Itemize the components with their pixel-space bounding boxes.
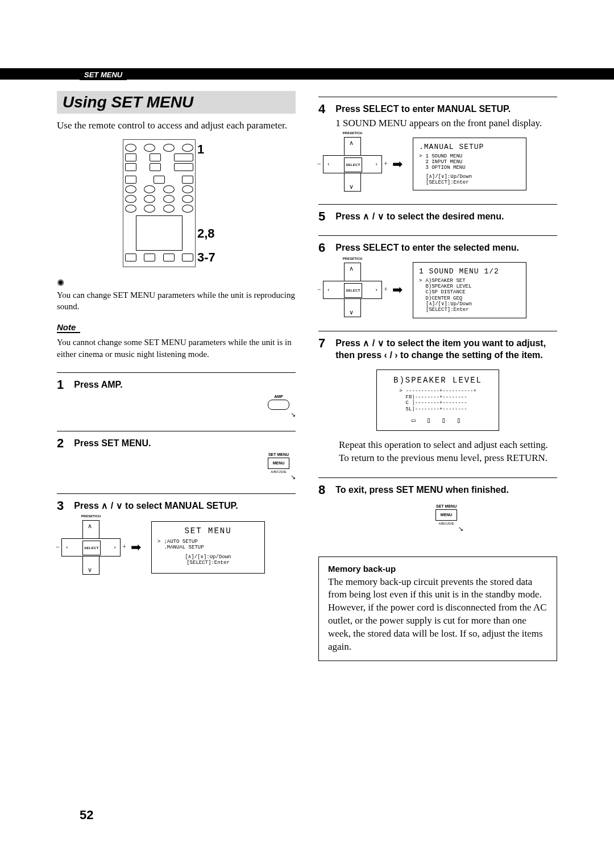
step-5: 5 Press ∧ / ∨ to select the desired menu… [318,204,557,223]
step-heading: Press SET MENU. [74,437,296,450]
lcd-setmenu: SET MENU > ;AUTO SETUP .MANUAL SETUP [∧]… [151,521,265,574]
step-number: 5 [318,210,325,223]
lcd-sound-menu: 1 SOUND MENU 1/2 > A)SPEAKER SET B)SPEAK… [413,262,526,318]
callout-2: 2,8 [197,226,215,241]
step-3: 3 Press ∧ / ∨ to select MANUAL SETUP. PR… [57,493,296,575]
column-right: 4 Press SELECT to enter MANUAL SETUP. 1 … [318,91,557,661]
step-number: 6 [318,242,325,254]
step-heading: Press AMP. [74,379,296,391]
dpad-icon: PRESET/CH SELECT ∧ ∨ ‹ › − + [323,263,382,317]
tip-text: You can change SET MENU parameters while… [57,289,296,313]
dpad-icon: PRESET/CH SELECT ∧ ∨ ‹ › − + [323,137,382,192]
step-1: 1 Press AMP. AMP ↘ [57,372,296,418]
memory-backup-box: Memory back-up The memory back-up circui… [318,556,557,662]
setmenu-button-icon: SET MENU MENU A/B/C/D/E ↘ [262,452,296,481]
step-8: 8 To exit, press SET MENU when finished.… [318,477,557,541]
step-2: 2 Press SET MENU. SET MENU MENU A/B/C/D/… [57,431,296,481]
step-after-text: Repeat this operation to select and adju… [339,439,557,465]
step-number: 4 [318,103,325,115]
step-number: 7 [318,337,325,350]
step-6: 6 Press SELECT to enter the selected men… [318,235,557,318]
step-heading: Press ∧ / ∨ to select the item you want … [335,337,557,362]
step-number: 1 [57,379,64,391]
page-title: Using SET MENU [57,91,296,114]
step-after-text: 1 SOUND MENU appears on the front panel … [335,118,557,129]
intro-text: Use the remote control to access and adj… [57,119,296,132]
section-tab: SET MENU [80,69,127,80]
memory-title: Memory back-up [328,564,547,574]
remote-dpad [136,215,182,251]
arrow-right-icon: ➡ [390,263,405,317]
step-heading: Press SELECT to enter MANUAL SETUP. [335,103,557,115]
columns: Using SET MENU Use the remote control to… [57,91,557,661]
step-heading: Press ∧ / ∨ to select the desired menu. [335,210,557,223]
tip-icon: ✺ [57,277,296,288]
page-number: 52 [80,808,93,823]
step-heading: Press ∧ / ∨ to select MANUAL SETUP. [74,500,296,512]
step-7: 7 Press ∧ / ∨ to select the item you wan… [318,331,557,465]
setmenu-button-icon: SET MENU MENU A/B/C/D/E ↘ [429,504,463,533]
amp-button-icon: AMP ↘ [262,394,296,418]
lcd-manual-setup: .MANUAL SETUP > 1 SOUND MENU 2 INPUT MEN… [413,138,526,191]
note-label: Note [57,322,80,333]
speaker-icons: ▭ ▯ ▯ ▯ [384,416,492,425]
manual-page: SET MENU Using SET MENU Use the remote c… [0,0,614,868]
arrow-right-icon: ➡ [128,520,143,575]
note-text: You cannot change some SET MENU paramete… [57,337,296,360]
step-number: 3 [57,500,64,512]
callout-3: 3-7 [197,250,215,265]
step-heading: Press SELECT to enter the selected menu. [335,242,557,254]
callout-1: 1 [197,142,204,157]
memory-text: The memory back-up circuit prevents the … [328,576,547,654]
remote-drawing: 1 2,8 3-7 [123,139,196,267]
step-number: 8 [318,484,325,496]
step-4: 4 Press SELECT to enter MANUAL SETUP. 1 … [318,97,557,192]
column-left: Using SET MENU Use the remote control to… [57,91,296,661]
step-heading: To exit, press SET MENU when finished. [335,484,557,496]
dpad-icon: PRESET/CH SELECT ∧ ∨ ‹ › − + [61,520,121,575]
arrow-right-icon: ➡ [390,137,405,192]
lcd-speaker-level: B)SPEAKER LEVEL > -----------+----------… [376,369,499,431]
step-number: 2 [57,437,64,450]
